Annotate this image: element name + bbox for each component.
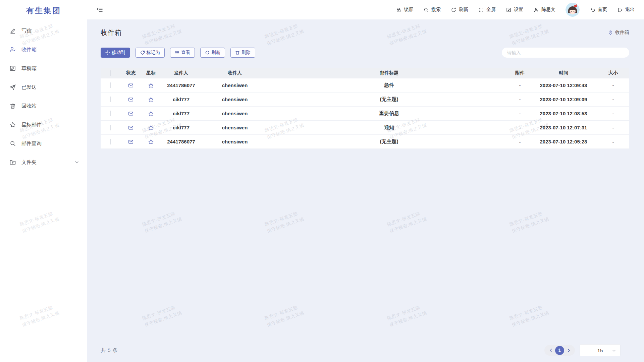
sidebar-item-compose[interactable]: 写信 [0, 21, 87, 40]
select-all-checkbox[interactable] [110, 70, 111, 76]
sidebar-item-inbox[interactable]: 收件箱 [0, 40, 87, 59]
mark-as-button[interactable]: 标记为 [136, 48, 165, 58]
cell-subject: (无主题) [268, 96, 510, 103]
row-checkbox[interactable] [110, 125, 111, 130]
app-logo: 有生集团 [0, 0, 87, 21]
star-icon[interactable] [148, 82, 154, 88]
lock-icon [396, 7, 401, 13]
lock-screen-button[interactable]: 锁屏 [396, 7, 413, 13]
cell-recipient: chensiwen [201, 82, 268, 88]
cell-attachment: - [510, 97, 530, 102]
prev-page-button[interactable] [548, 347, 554, 353]
move-icon [105, 50, 110, 55]
search-input[interactable] [502, 48, 629, 58]
mail-table: 状态 星标 发件人 收件人 邮件标题 附件 时间 大小 2441786077 c… [101, 68, 629, 149]
logout-button[interactable]: 退出 [617, 7, 635, 13]
row-checkbox[interactable] [110, 139, 111, 144]
cell-subject: 重要信息 [268, 110, 510, 117]
cell-recipient: chensiwen [201, 139, 268, 144]
user-menu[interactable]: 陈思文 [533, 7, 555, 13]
row-checkbox[interactable] [110, 97, 111, 102]
home-button[interactable]: 首页 [590, 7, 607, 13]
sidebar-item-label: 邮件查询 [21, 140, 42, 147]
column-header-time: 时间 [530, 70, 597, 76]
sidebar-item-label: 草稿箱 [21, 65, 37, 72]
sidebar: 有生集团 写信 收件箱 草稿箱 已发送 [0, 0, 87, 362]
cell-sender: cikl777 [161, 125, 201, 130]
trash-icon [9, 103, 16, 109]
trash-icon [235, 50, 240, 55]
sidebar-item-mail-search[interactable]: 邮件查询 [0, 134, 87, 153]
menu-fold-icon[interactable] [96, 6, 103, 13]
sidebar-item-starred[interactable]: 星标邮件 [0, 115, 87, 134]
cell-size: - [597, 139, 629, 144]
row-checkbox[interactable] [110, 82, 111, 88]
page-refresh-button[interactable]: 刷新 [451, 7, 468, 13]
search-icon [423, 7, 429, 13]
page-number[interactable]: 1 [555, 346, 564, 355]
mail-toolbar: 移动到 标记为 查看 刷新 删除 [101, 48, 629, 58]
envelope-icon [128, 111, 134, 117]
breadcrumb-label: 收件箱 [615, 29, 629, 36]
avatar[interactable] [566, 3, 580, 17]
settings-button[interactable]: 设置 [506, 7, 523, 13]
refresh-list-button[interactable]: 刷新 [200, 48, 225, 58]
sidebar-item-trash[interactable]: 回收站 [0, 97, 87, 115]
star-icon[interactable] [148, 139, 154, 145]
chevron-down-icon[interactable] [74, 160, 79, 165]
paper-plane-icon [9, 84, 16, 90]
cell-sender: 2441786077 [161, 139, 201, 144]
table-row[interactable]: cikl777 chensiwen 重要信息 - 2023-07-10 12:0… [101, 107, 629, 121]
column-header-sender: 发件人 [161, 70, 201, 76]
sidebar-item-label: 收件箱 [21, 47, 37, 53]
delete-button[interactable]: 删除 [230, 48, 255, 58]
topbar-actions: 锁屏 搜索 刷新 全屏 设置 陈思文 首页 [396, 3, 635, 17]
column-header-recipient: 收件人 [201, 70, 268, 76]
cell-sender: cikl777 [161, 97, 201, 102]
sidebar-item-label: 回收站 [21, 103, 37, 109]
envelope-icon [128, 139, 134, 145]
sidebar-item-sent[interactable]: 已发送 [0, 78, 87, 97]
star-icon[interactable] [148, 125, 154, 131]
fullscreen-icon [478, 7, 484, 13]
view-button[interactable]: 查看 [170, 48, 195, 58]
search-icon [9, 140, 16, 147]
cell-subject: (无主题) [268, 138, 510, 145]
pagination: 1 [544, 345, 575, 356]
cell-attachment: - [510, 82, 530, 88]
cell-sender: 2441786077 [161, 82, 201, 88]
cell-recipient: chensiwen [201, 125, 268, 130]
cell-attachment: - [510, 111, 530, 116]
refresh-icon [205, 50, 210, 55]
table-row[interactable]: cikl777 chensiwen (无主题) - 2023-07-10 12:… [101, 93, 629, 107]
global-search-button[interactable]: 搜索 [423, 7, 441, 13]
star-icon[interactable] [148, 111, 154, 117]
fullscreen-button[interactable]: 全屏 [478, 7, 496, 13]
sidebar-item-folders[interactable]: 文件夹 [0, 153, 87, 172]
star-icon[interactable] [148, 97, 154, 103]
column-header-size: 大小 [597, 70, 629, 76]
table-row[interactable]: 2441786077 chensiwen (无主题) - 2023-07-10 … [101, 135, 629, 149]
sidebar-item-label: 文件夹 [21, 159, 37, 166]
main-content: 收件箱 收件箱 移动到 标记为 查看 刷新 删除 [87, 19, 644, 362]
table-header-row: 状态 星标 发件人 收件人 邮件标题 附件 时间 大小 [101, 68, 629, 78]
sidebar-item-label: 已发送 [21, 84, 37, 90]
cell-size: - [597, 111, 629, 116]
next-page-button[interactable] [566, 347, 572, 353]
envelope-icon [128, 97, 134, 103]
sidebar-item-label: 星标邮件 [21, 122, 42, 128]
folder-icon [9, 159, 16, 166]
inbox-user-icon [9, 46, 16, 53]
sidebar-item-drafts[interactable]: 草稿箱 [0, 59, 87, 78]
table-row[interactable]: cikl777 chensiwen 通知 - 2023-07-10 12:07:… [101, 121, 629, 135]
pencil-icon [9, 27, 16, 34]
table-row[interactable]: 2441786077 chensiwen 急件 - 2023-07-10 12:… [101, 78, 629, 93]
column-header-subject: 邮件标题 [268, 70, 510, 76]
move-to-button[interactable]: 移动到 [101, 48, 130, 58]
page-size-select[interactable]: 15 [580, 344, 621, 356]
row-checkbox[interactable] [110, 111, 111, 116]
breadcrumb: 收件箱 [608, 29, 629, 36]
envelope-icon [128, 125, 134, 131]
cell-subject: 急件 [268, 82, 510, 88]
cell-attachment: - [510, 139, 530, 144]
